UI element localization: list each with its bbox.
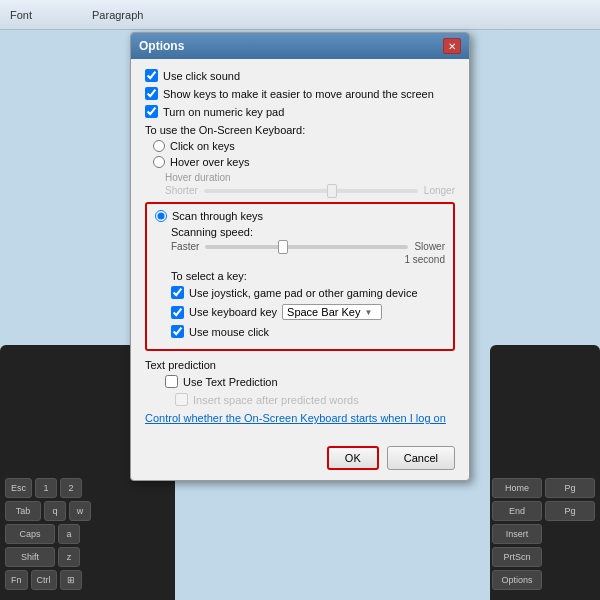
- keyboard-left-keys: Esc 1 2 Tab q w Caps a Shift z Fn Ctrl ⊞: [5, 478, 91, 590]
- text-prediction-section: Text prediction Use Text Prediction Inse…: [145, 359, 455, 406]
- keyboard-key-dropdown[interactable]: Space Bar Key ▼: [282, 304, 382, 320]
- key-caps[interactable]: Caps: [5, 524, 55, 544]
- click-on-keys-row: Click on keys: [153, 140, 455, 152]
- use-mouse-click-row: Use mouse click: [171, 325, 445, 338]
- key-tab[interactable]: Tab: [5, 501, 41, 521]
- cancel-button[interactable]: Cancel: [387, 446, 455, 470]
- kb-row-1: Esc 1 2: [5, 478, 91, 498]
- key-esc[interactable]: Esc: [5, 478, 32, 498]
- log-on-link[interactable]: Control whether the On-Screen Keyboard s…: [145, 412, 455, 424]
- key-options[interactable]: Options: [492, 570, 542, 590]
- scan-slider-row: Faster Slower: [171, 241, 445, 252]
- key-prtscn[interactable]: PrtScn: [492, 547, 542, 567]
- shorter-label: Shorter: [165, 185, 198, 196]
- hover-duration-labels: Hover duration: [165, 172, 455, 183]
- keyboard-right-keys: Home Pg End Pg Insert PrtScn Options: [492, 478, 595, 590]
- use-keyboard-key-label: Use keyboard key: [189, 306, 277, 318]
- key-q[interactable]: q: [44, 501, 66, 521]
- kb-row-4: Shift z: [5, 547, 91, 567]
- key-shift[interactable]: Shift: [5, 547, 55, 567]
- show-keys-row: Show keys to make it easier to move arou…: [145, 87, 455, 100]
- turn-on-numeric-checkbox[interactable]: [145, 105, 158, 118]
- key-w[interactable]: w: [69, 501, 91, 521]
- hover-duration-label: Hover duration: [165, 172, 231, 183]
- scan-through-keys-row: Scan through keys: [155, 210, 445, 222]
- key-z[interactable]: z: [58, 547, 80, 567]
- scanning-speed-section: Scanning speed: Faster Slower 1 second T…: [171, 226, 445, 338]
- insert-space-row: Insert space after predicted words: [175, 393, 455, 406]
- show-keys-checkbox[interactable]: [145, 87, 158, 100]
- keyboard-key-value: Space Bar Key: [287, 306, 360, 318]
- dialog-titlebar: Options ✕: [131, 33, 469, 59]
- key-fn[interactable]: Fn: [5, 570, 28, 590]
- close-button[interactable]: ✕: [443, 38, 461, 54]
- insert-space-checkbox[interactable]: [175, 393, 188, 406]
- kb-right-row-3: Insert: [492, 524, 595, 544]
- second-label: 1 second: [171, 254, 445, 265]
- dropdown-arrow-icon: ▼: [364, 308, 372, 317]
- slower-label: Slower: [414, 241, 445, 252]
- key-pgup[interactable]: Pg: [545, 478, 595, 498]
- kb-row-5: Fn Ctrl ⊞: [5, 570, 91, 590]
- hover-slider-track[interactable]: [204, 189, 418, 193]
- keyboard-right: Home Pg End Pg Insert PrtScn Options: [490, 345, 600, 600]
- key-end[interactable]: End: [492, 501, 542, 521]
- hover-over-keys-label: Hover over keys: [170, 156, 249, 168]
- use-text-prediction-row: Use Text Prediction: [165, 375, 455, 388]
- use-click-sound-label: Use click sound: [163, 70, 240, 82]
- hover-over-keys-row: Hover over keys: [153, 156, 455, 168]
- key-insert[interactable]: Insert: [492, 524, 542, 544]
- ok-button[interactable]: OK: [327, 446, 379, 470]
- kb-row-3: Caps a: [5, 524, 91, 544]
- use-text-prediction-checkbox[interactable]: [165, 375, 178, 388]
- scanning-speed-label: Scanning speed:: [171, 226, 445, 238]
- key-pgdn[interactable]: Pg: [545, 501, 595, 521]
- click-on-keys-radio[interactable]: [153, 140, 165, 152]
- hover-slider-thumb: [327, 184, 337, 198]
- kb-right-row-4: PrtScn: [492, 547, 595, 567]
- scan-slider-track[interactable]: [205, 245, 408, 249]
- toolbar: Font Paragraph: [0, 0, 600, 30]
- dialog-title: Options: [139, 39, 184, 53]
- use-text-prediction-label: Use Text Prediction: [183, 376, 278, 388]
- use-click-sound-checkbox[interactable]: [145, 69, 158, 82]
- to-select-label: To select a key:: [171, 270, 445, 282]
- text-prediction-label: Text prediction: [145, 359, 455, 371]
- key-1[interactable]: 1: [35, 478, 57, 498]
- turn-on-numeric-label: Turn on numeric key pad: [163, 106, 284, 118]
- hover-over-keys-radio[interactable]: [153, 156, 165, 168]
- hover-duration-section: Hover duration Shorter Longer: [165, 172, 455, 196]
- use-joystick-checkbox[interactable]: [171, 286, 184, 299]
- kb-right-row-5: Options: [492, 570, 595, 590]
- button-row: OK Cancel: [131, 442, 469, 480]
- key-2[interactable]: 2: [60, 478, 82, 498]
- show-keys-label: Show keys to make it easier to move arou…: [163, 88, 434, 100]
- click-on-keys-label: Click on keys: [170, 140, 235, 152]
- insert-space-label: Insert space after predicted words: [193, 394, 359, 406]
- dialog-body: Use click sound Show keys to make it eas…: [131, 59, 469, 442]
- font-label: Font: [10, 9, 32, 21]
- scan-section: Scan through keys Scanning speed: Faster…: [145, 202, 455, 351]
- use-joystick-label: Use joystick, game pad or other gaming d…: [189, 287, 418, 299]
- kb-row-2: Tab q w: [5, 501, 91, 521]
- use-mouse-click-checkbox[interactable]: [171, 325, 184, 338]
- key-win[interactable]: ⊞: [60, 570, 82, 590]
- use-click-sound-row: Use click sound: [145, 69, 455, 82]
- use-joystick-row: Use joystick, game pad or other gaming d…: [171, 286, 445, 299]
- scan-through-keys-radio[interactable]: [155, 210, 167, 222]
- on-screen-keyboard-label: To use the On-Screen Keyboard:: [145, 124, 455, 136]
- faster-label: Faster: [171, 241, 199, 252]
- key-ctrl[interactable]: Ctrl: [31, 570, 57, 590]
- use-keyboard-key-row: Use keyboard key Space Bar Key ▼: [171, 304, 445, 320]
- kb-right-row-2: End Pg: [492, 501, 595, 521]
- turn-on-numeric-row: Turn on numeric key pad: [145, 105, 455, 118]
- key-a[interactable]: a: [58, 524, 80, 544]
- longer-label: Longer: [424, 185, 455, 196]
- key-home[interactable]: Home: [492, 478, 542, 498]
- scan-slider-thumb: [278, 240, 288, 254]
- paragraph-label: Paragraph: [92, 9, 143, 21]
- kb-right-row-1: Home Pg: [492, 478, 595, 498]
- use-keyboard-key-checkbox[interactable]: [171, 306, 184, 319]
- scan-through-keys-label: Scan through keys: [172, 210, 263, 222]
- options-dialog: Options ✕ Use click sound Show keys to m…: [130, 32, 470, 481]
